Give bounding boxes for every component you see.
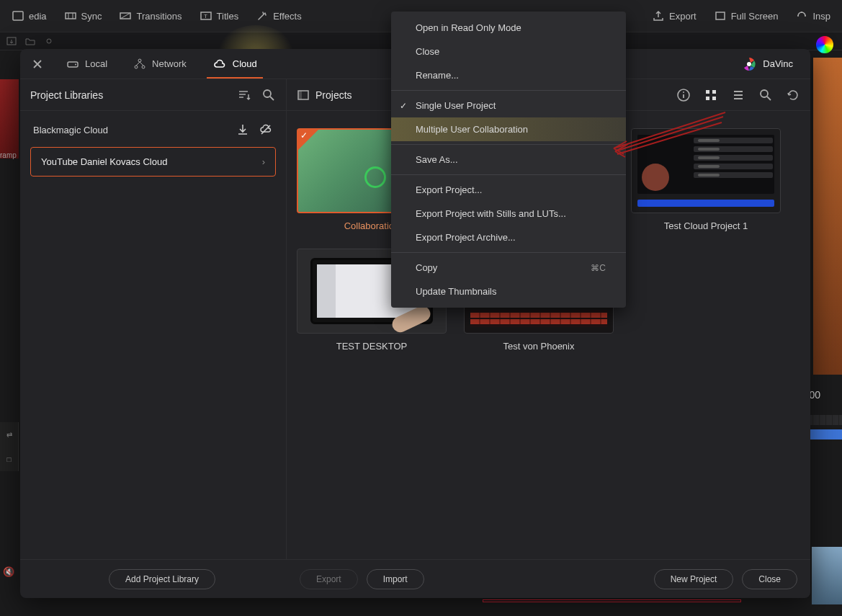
folder-icon[interactable] <box>24 35 36 47</box>
inspector-label: Insp <box>812 11 830 22</box>
list-view-icon[interactable] <box>731 88 745 102</box>
titles-tab[interactable]: T Titles <box>194 5 245 27</box>
ctx-close[interactable]: Close <box>391 40 626 63</box>
tab-network-label: Network <box>152 58 187 69</box>
export-button[interactable]: Export <box>300 569 358 589</box>
add-project-library-button[interactable]: Add Project Library <box>109 569 215 589</box>
ctx-rename[interactable]: Rename... <box>391 63 626 87</box>
media-icon <box>12 9 24 22</box>
dialog-footer: Add Project Library Export Import New Pr… <box>20 559 810 598</box>
ctx-separator <box>391 90 626 91</box>
panel-toggle-icon[interactable] <box>297 89 310 102</box>
media-label: edia <box>29 11 47 22</box>
sync-tab[interactable]: Sync <box>58 5 108 27</box>
ctx-open-readonly[interactable]: Open in Read Only Mode <box>391 16 626 40</box>
mute-icon[interactable]: 🔇 <box>3 566 14 577</box>
svg-line-32 <box>767 97 771 100</box>
project-thumbnail <box>631 128 781 213</box>
export-tab[interactable]: Export <box>646 5 702 27</box>
davinci-logo-icon <box>741 56 757 72</box>
svg-point-13 <box>135 66 138 68</box>
grid-view-icon[interactable] <box>704 88 718 102</box>
fullscreen-tab[interactable]: Full Screen <box>708 5 784 27</box>
ctx-multi-user[interactable]: Multiple User Collaboration <box>391 117 626 141</box>
tab-network[interactable]: Network <box>122 50 198 78</box>
transitions-label: Transitions <box>136 11 182 22</box>
library-item[interactable]: YouTube Daniel Kovacs Cloud › <box>30 147 276 177</box>
ctx-single-user[interactable]: Single User Project <box>391 94 626 117</box>
sync-label: Sync <box>81 11 102 22</box>
svg-rect-24 <box>706 90 709 94</box>
close-dialog-button[interactable] <box>29 55 46 73</box>
svg-point-16 <box>264 90 271 97</box>
svg-point-14 <box>142 66 145 68</box>
bg-right-media <box>813 58 842 375</box>
close-dialog-footer-button[interactable]: Close <box>742 569 797 589</box>
svg-point-11 <box>75 63 76 65</box>
color-wheel-icon[interactable] <box>816 36 833 53</box>
ctx-separator <box>391 144 626 145</box>
inspector-tab[interactable]: Insp <box>789 5 836 27</box>
tab-local[interactable]: Local <box>55 50 119 78</box>
ctx-export-stills[interactable]: Export Project with Stills and LUTs... <box>391 202 626 226</box>
inspector-icon <box>795 9 808 22</box>
projects-title: Projects <box>315 89 352 101</box>
svg-rect-8 <box>716 12 725 19</box>
libraries-title: Project Libraries <box>30 89 237 101</box>
timeline-track-fragment <box>483 599 741 602</box>
ctx-copy[interactable]: Copy⌘C <box>391 256 626 280</box>
disconnect-cloud-icon[interactable] <box>259 122 273 137</box>
transitions-icon <box>119 9 132 22</box>
svg-text:T: T <box>204 13 207 19</box>
ctx-export-archive[interactable]: Export Project Archive... <box>391 226 626 249</box>
tab-cloud-label: Cloud <box>233 58 257 69</box>
new-project-button[interactable]: New Project <box>654 569 734 589</box>
link-icon[interactable] <box>43 35 55 47</box>
ctx-save-as[interactable]: Save As... <box>391 148 626 171</box>
disk-icon <box>66 58 79 71</box>
search-projects-icon[interactable] <box>758 88 773 102</box>
svg-rect-27 <box>712 97 716 100</box>
refresh-icon[interactable] <box>786 88 800 102</box>
export-icon <box>652 9 665 22</box>
media-pool-tab[interactable]: edia <box>6 5 53 27</box>
track-header[interactable]: ⇄□ <box>0 422 19 471</box>
cloud-icon <box>212 58 227 71</box>
fullscreen-icon <box>714 9 727 22</box>
ctx-separator <box>391 174 626 175</box>
bg-bottomright-media <box>812 547 842 604</box>
svg-point-12 <box>138 59 141 62</box>
library-group-header: Blackmagic Cloud <box>30 117 276 143</box>
clip-label-fragment: ramp <box>0 151 17 159</box>
project-item-test-cloud[interactable]: Test Cloud Project 1 <box>631 128 781 231</box>
library-group-label: Blackmagic Cloud <box>33 125 108 135</box>
project-context-menu: Open in Read Only Mode Close Rename... S… <box>391 12 626 308</box>
sync-icon <box>64 9 77 22</box>
svg-line-5 <box>120 13 130 19</box>
ctx-export-project[interactable]: Export Project... <box>391 178 626 202</box>
project-name: TEST DESKTOP <box>336 341 408 352</box>
import-media-icon[interactable] <box>6 35 17 47</box>
project-name: Test von Phoenix <box>503 341 574 352</box>
ctx-copy-shortcut: ⌘C <box>591 263 606 273</box>
titles-icon: T <box>200 9 212 22</box>
chevron-right-icon: › <box>262 156 265 167</box>
library-item-label: YouTube Daniel Kovacs Cloud <box>41 156 167 167</box>
network-icon <box>133 58 146 71</box>
effects-icon <box>256 9 269 22</box>
davinci-label: DaVinc <box>763 58 793 69</box>
tab-cloud[interactable]: Cloud <box>201 50 269 78</box>
download-icon[interactable] <box>236 122 250 137</box>
effects-tab[interactable]: Effects <box>250 5 308 27</box>
search-icon[interactable] <box>261 88 276 102</box>
timecode-fragment: 00 <box>809 389 820 401</box>
svg-rect-20 <box>298 91 302 99</box>
ctx-update-thumbs[interactable]: Update Thumbnails <box>391 280 626 303</box>
info-icon[interactable] <box>676 88 691 102</box>
timeline-clip-fragment[interactable] <box>810 429 842 439</box>
titles-label: Titles <box>217 11 239 22</box>
import-button[interactable]: Import <box>367 569 424 589</box>
sort-icon[interactable] <box>237 88 251 102</box>
effects-label: Effects <box>273 11 302 22</box>
transitions-tab[interactable]: Transitions <box>113 5 187 27</box>
